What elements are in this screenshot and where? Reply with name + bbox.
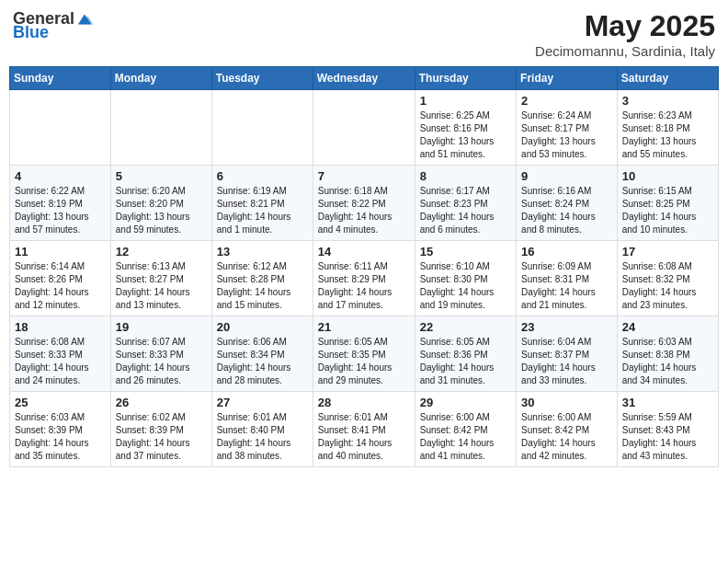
cell-content: Sunrise: 6:12 AM Sunset: 8:28 PM Dayligh…: [217, 260, 308, 312]
calendar-cell: 20Sunrise: 6:06 AM Sunset: 8:34 PM Dayli…: [211, 316, 313, 392]
day-number: 5: [116, 169, 207, 183]
day-number: 25: [15, 396, 106, 409]
calendar-cell: [313, 90, 415, 166]
calendar-week-row: 4Sunrise: 6:22 AM Sunset: 8:19 PM Daylig…: [10, 166, 719, 241]
calendar-week-row: 18Sunrise: 6:08 AM Sunset: 8:33 PM Dayli…: [10, 316, 719, 392]
day-number: 12: [116, 245, 207, 259]
day-number: 15: [420, 245, 511, 259]
calendar-cell: 15Sunrise: 6:10 AM Sunset: 8:30 PM Dayli…: [415, 241, 516, 316]
weekday-header-tuesday: Tuesday: [211, 67, 313, 90]
day-number: 20: [217, 320, 308, 334]
day-number: 1: [420, 94, 511, 108]
calendar-cell: 8Sunrise: 6:17 AM Sunset: 8:23 PM Daylig…: [415, 166, 516, 241]
cell-content: Sunrise: 6:03 AM Sunset: 8:39 PM Dayligh…: [15, 411, 106, 463]
cell-content: Sunrise: 6:09 AM Sunset: 8:31 PM Dayligh…: [521, 260, 612, 312]
calendar-cell: 27Sunrise: 6:01 AM Sunset: 8:40 PM Dayli…: [211, 392, 313, 467]
cell-content: Sunrise: 6:08 AM Sunset: 8:33 PM Dayligh…: [15, 336, 106, 387]
weekday-header-monday: Monday: [110, 67, 211, 90]
weekday-header-row: SundayMondayTuesdayWednesdayThursdayFrid…: [10, 67, 719, 90]
day-number: 6: [217, 169, 308, 183]
cell-content: Sunrise: 6:01 AM Sunset: 8:40 PM Dayligh…: [217, 411, 308, 463]
calendar-cell: [211, 90, 313, 166]
calendar-cell: 25Sunrise: 6:03 AM Sunset: 8:39 PM Dayli…: [10, 392, 111, 467]
cell-content: Sunrise: 6:22 AM Sunset: 8:19 PM Dayligh…: [15, 185, 106, 236]
calendar-cell: 18Sunrise: 6:08 AM Sunset: 8:33 PM Dayli…: [10, 316, 111, 392]
calendar-cell: 3Sunrise: 6:23 AM Sunset: 8:18 PM Daylig…: [617, 90, 718, 166]
day-number: 16: [521, 245, 612, 259]
calendar-cell: 10Sunrise: 6:15 AM Sunset: 8:25 PM Dayli…: [617, 166, 718, 241]
logo: General Blue: [13, 9, 93, 42]
day-number: 30: [521, 396, 612, 409]
title-block: May 2025 Decimomannu, Sardinia, Italy: [535, 9, 715, 59]
day-number: 2: [521, 94, 612, 108]
cell-content: Sunrise: 6:23 AM Sunset: 8:18 PM Dayligh…: [622, 109, 713, 161]
calendar-cell: 26Sunrise: 6:02 AM Sunset: 8:39 PM Dayli…: [110, 392, 211, 467]
calendar-cell: 5Sunrise: 6:20 AM Sunset: 8:20 PM Daylig…: [110, 166, 211, 241]
day-number: 21: [318, 320, 410, 334]
day-number: 14: [318, 245, 410, 259]
calendar-cell: 29Sunrise: 6:00 AM Sunset: 8:42 PM Dayli…: [415, 392, 516, 467]
logo-icon: [76, 11, 93, 28]
day-number: 10: [622, 169, 713, 183]
calendar-week-row: 25Sunrise: 6:03 AM Sunset: 8:39 PM Dayli…: [10, 392, 719, 467]
day-number: 19: [116, 320, 207, 334]
weekday-header-sunday: Sunday: [10, 67, 111, 90]
day-number: 26: [116, 396, 207, 409]
calendar-week-row: 1Sunrise: 6:25 AM Sunset: 8:16 PM Daylig…: [10, 90, 719, 166]
cell-content: Sunrise: 6:05 AM Sunset: 8:36 PM Dayligh…: [420, 336, 511, 387]
day-number: 13: [217, 245, 308, 259]
calendar-cell: 24Sunrise: 6:03 AM Sunset: 8:38 PM Dayli…: [617, 316, 718, 392]
calendar-cell: 21Sunrise: 6:05 AM Sunset: 8:35 PM Dayli…: [313, 316, 415, 392]
calendar-cell: 2Sunrise: 6:24 AM Sunset: 8:17 PM Daylig…: [517, 90, 618, 166]
cell-content: Sunrise: 6:15 AM Sunset: 8:25 PM Dayligh…: [622, 185, 713, 236]
cell-content: Sunrise: 6:00 AM Sunset: 8:42 PM Dayligh…: [521, 411, 612, 463]
day-number: 4: [15, 169, 106, 183]
cell-content: Sunrise: 6:24 AM Sunset: 8:17 PM Dayligh…: [521, 109, 612, 161]
day-number: 29: [420, 396, 511, 409]
day-number: 22: [420, 320, 511, 334]
day-number: 3: [622, 94, 713, 108]
calendar-cell: 28Sunrise: 6:01 AM Sunset: 8:41 PM Dayli…: [313, 392, 415, 467]
day-number: 23: [521, 320, 612, 334]
cell-content: Sunrise: 6:08 AM Sunset: 8:32 PM Dayligh…: [622, 260, 713, 312]
cell-content: Sunrise: 6:20 AM Sunset: 8:20 PM Dayligh…: [116, 185, 207, 236]
cell-content: Sunrise: 6:02 AM Sunset: 8:39 PM Dayligh…: [116, 411, 207, 463]
cell-content: Sunrise: 6:07 AM Sunset: 8:33 PM Dayligh…: [116, 336, 207, 387]
calendar-cell: 4Sunrise: 6:22 AM Sunset: 8:19 PM Daylig…: [10, 166, 111, 241]
calendar-cell: 30Sunrise: 6:00 AM Sunset: 8:42 PM Dayli…: [517, 392, 618, 467]
cell-content: Sunrise: 6:05 AM Sunset: 8:35 PM Dayligh…: [318, 336, 410, 387]
location-subtitle: Decimomannu, Sardinia, Italy: [535, 43, 715, 59]
cell-content: Sunrise: 6:11 AM Sunset: 8:29 PM Dayligh…: [318, 260, 410, 312]
calendar-cell: 7Sunrise: 6:18 AM Sunset: 8:22 PM Daylig…: [313, 166, 415, 241]
calendar-cell: 19Sunrise: 6:07 AM Sunset: 8:33 PM Dayli…: [110, 316, 211, 392]
day-number: 18: [15, 320, 106, 334]
calendar-cell: 31Sunrise: 5:59 AM Sunset: 8:43 PM Dayli…: [617, 392, 718, 467]
calendar-cell: 17Sunrise: 6:08 AM Sunset: 8:32 PM Dayli…: [617, 241, 718, 316]
logo-blue: Blue: [13, 23, 49, 42]
page-header: General Blue May 2025 Decimomannu, Sardi…: [9, 9, 719, 59]
day-number: 8: [420, 169, 511, 183]
cell-content: Sunrise: 6:06 AM Sunset: 8:34 PM Dayligh…: [217, 336, 308, 387]
cell-content: Sunrise: 6:14 AM Sunset: 8:26 PM Dayligh…: [15, 260, 106, 312]
cell-content: Sunrise: 6:01 AM Sunset: 8:41 PM Dayligh…: [318, 411, 410, 463]
calendar-cell: 23Sunrise: 6:04 AM Sunset: 8:37 PM Dayli…: [517, 316, 618, 392]
cell-content: Sunrise: 6:10 AM Sunset: 8:30 PM Dayligh…: [420, 260, 511, 312]
weekday-header-saturday: Saturday: [617, 67, 718, 90]
weekday-header-wednesday: Wednesday: [313, 67, 415, 90]
cell-content: Sunrise: 6:00 AM Sunset: 8:42 PM Dayligh…: [420, 411, 511, 463]
month-year-title: May 2025: [535, 9, 715, 43]
cell-content: Sunrise: 6:04 AM Sunset: 8:37 PM Dayligh…: [521, 336, 612, 387]
cell-content: Sunrise: 5:59 AM Sunset: 8:43 PM Dayligh…: [622, 411, 713, 463]
cell-content: Sunrise: 6:13 AM Sunset: 8:27 PM Dayligh…: [116, 260, 207, 312]
cell-content: Sunrise: 6:25 AM Sunset: 8:16 PM Dayligh…: [420, 109, 511, 161]
day-number: 7: [318, 169, 410, 183]
day-number: 31: [622, 396, 713, 409]
calendar-cell: 1Sunrise: 6:25 AM Sunset: 8:16 PM Daylig…: [415, 90, 516, 166]
calendar-cell: 13Sunrise: 6:12 AM Sunset: 8:28 PM Dayli…: [211, 241, 313, 316]
calendar-cell: 16Sunrise: 6:09 AM Sunset: 8:31 PM Dayli…: [517, 241, 618, 316]
day-number: 9: [521, 169, 612, 183]
calendar-cell: 9Sunrise: 6:16 AM Sunset: 8:24 PM Daylig…: [517, 166, 618, 241]
calendar-cell: 22Sunrise: 6:05 AM Sunset: 8:36 PM Dayli…: [415, 316, 516, 392]
calendar-week-row: 11Sunrise: 6:14 AM Sunset: 8:26 PM Dayli…: [10, 241, 719, 316]
cell-content: Sunrise: 6:03 AM Sunset: 8:38 PM Dayligh…: [622, 336, 713, 387]
